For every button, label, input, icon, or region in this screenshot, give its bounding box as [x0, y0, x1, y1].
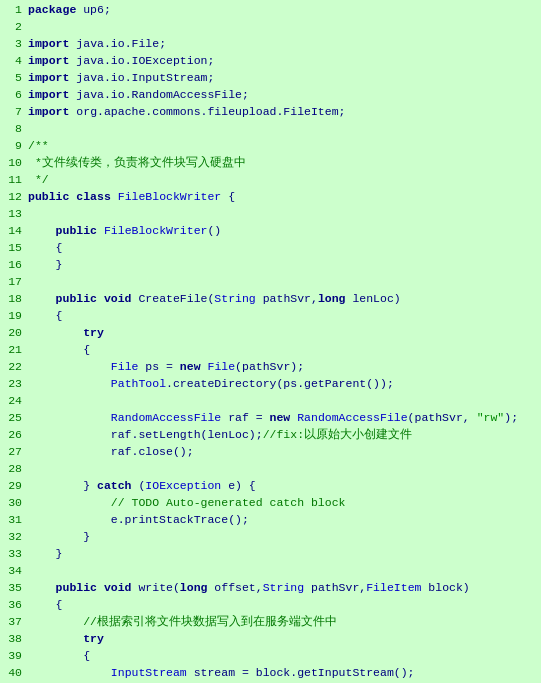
code-line-21: 21 {: [0, 342, 541, 359]
line-number: 37: [0, 614, 28, 631]
code-line-25: 25 RandomAccessFile raf = new RandomAcce…: [0, 410, 541, 427]
line-code: [28, 19, 541, 36]
line-number: 23: [0, 376, 28, 393]
line-code: package up6;: [28, 2, 541, 19]
code-line-29: 29 } catch (IOException e) {: [0, 478, 541, 495]
line-number: 7: [0, 104, 28, 121]
line-number: 39: [0, 648, 28, 665]
code-line-3: 3 import java.io.File;: [0, 36, 541, 53]
line-number: 28: [0, 461, 28, 478]
line-number: 26: [0, 427, 28, 444]
line-number: 11: [0, 172, 28, 189]
line-code: import java.io.InputStream;: [28, 70, 541, 87]
code-line-19: 19 {: [0, 308, 541, 325]
code-editor: 1 package up6; 2 3 import java.io.File; …: [0, 0, 541, 683]
line-number: 17: [0, 274, 28, 291]
line-code: import java.io.IOException;: [28, 53, 541, 70]
line-code: try: [28, 325, 541, 342]
code-line-7: 7 import org.apache.commons.fileupload.F…: [0, 104, 541, 121]
line-code: [28, 121, 541, 138]
line-code: {: [28, 342, 541, 359]
line-code: public void CreateFile(String pathSvr,lo…: [28, 291, 541, 308]
code-line-39: 39 {: [0, 648, 541, 665]
code-line-12: 12 public class FileBlockWriter {: [0, 189, 541, 206]
line-number: 38: [0, 631, 28, 648]
line-number: 31: [0, 512, 28, 529]
code-line-23: 23 PathTool.createDirectory(ps.getParent…: [0, 376, 541, 393]
line-number: 8: [0, 121, 28, 138]
line-code: [28, 206, 541, 223]
line-number: 30: [0, 495, 28, 512]
line-code: }: [28, 257, 541, 274]
line-code: public void write(long offset,String pat…: [28, 580, 541, 597]
line-code: RandomAccessFile raf = new RandomAccessF…: [28, 410, 541, 427]
code-line-40: 40 InputStream stream = block.getInputSt…: [0, 665, 541, 682]
code-line-10: 10 *文件续传类，负责将文件块写入硬盘中: [0, 155, 541, 172]
line-number: 35: [0, 580, 28, 597]
code-line-32: 32 }: [0, 529, 541, 546]
line-code: } catch (IOException e) {: [28, 478, 541, 495]
line-number: 18: [0, 291, 28, 308]
line-number: 19: [0, 308, 28, 325]
line-number: 9: [0, 138, 28, 155]
line-code: {: [28, 597, 541, 614]
line-number: 6: [0, 87, 28, 104]
line-code: {: [28, 308, 541, 325]
line-number: 24: [0, 393, 28, 410]
line-number: 33: [0, 546, 28, 563]
line-number: 16: [0, 257, 28, 274]
code-line-11: 11 */: [0, 172, 541, 189]
code-line-27: 27 raf.close();: [0, 444, 541, 461]
line-code: }: [28, 529, 541, 546]
line-code: try: [28, 631, 541, 648]
line-code: */: [28, 172, 541, 189]
line-number: 20: [0, 325, 28, 342]
line-code: {: [28, 648, 541, 665]
code-line-6: 6 import java.io.RandomAccessFile;: [0, 87, 541, 104]
code-line-38: 38 try: [0, 631, 541, 648]
line-code: public class FileBlockWriter {: [28, 189, 541, 206]
line-number: 10: [0, 155, 28, 172]
code-line-18: 18 public void CreateFile(String pathSvr…: [0, 291, 541, 308]
code-line-37: 37 //根据索引将文件块数据写入到在服务端文件中: [0, 614, 541, 631]
code-line-13: 13: [0, 206, 541, 223]
line-code: [28, 563, 541, 580]
line-code: raf.close();: [28, 444, 541, 461]
line-number: 12: [0, 189, 28, 206]
code-line-17: 17: [0, 274, 541, 291]
line-code: /**: [28, 138, 541, 155]
line-number: 36: [0, 597, 28, 614]
code-line-14: 14 public FileBlockWriter(): [0, 223, 541, 240]
line-number: 22: [0, 359, 28, 376]
line-code: File ps = new File(pathSvr);: [28, 359, 541, 376]
line-code: [28, 274, 541, 291]
line-number: 15: [0, 240, 28, 257]
code-line-26: 26 raf.setLength(lenLoc);//fix:以原始大小创建文件: [0, 427, 541, 444]
code-line-22: 22 File ps = new File(pathSvr);: [0, 359, 541, 376]
line-code: //根据索引将文件块数据写入到在服务端文件中: [28, 614, 541, 631]
line-number: 4: [0, 53, 28, 70]
line-number: 5: [0, 70, 28, 87]
code-line-20: 20 try: [0, 325, 541, 342]
line-number: 3: [0, 36, 28, 53]
code-line-9: 9 /**: [0, 138, 541, 155]
code-line-15: 15 {: [0, 240, 541, 257]
line-code: {: [28, 240, 541, 257]
line-code: import org.apache.commons.fileupload.Fil…: [28, 104, 541, 121]
line-number: 21: [0, 342, 28, 359]
line-code: [28, 461, 541, 478]
line-code: raf.setLength(lenLoc);//fix:以原始大小创建文件: [28, 427, 541, 444]
line-code: [28, 393, 541, 410]
line-number: 25: [0, 410, 28, 427]
line-code: *文件续传类，负责将文件块写入硬盘中: [28, 155, 541, 172]
code-line-5: 5 import java.io.InputStream;: [0, 70, 541, 87]
code-line-35: 35 public void write(long offset,String …: [0, 580, 541, 597]
line-number: 32: [0, 529, 28, 546]
line-number: 1: [0, 2, 28, 19]
code-line-30: 30 // TODO Auto-generated catch block: [0, 495, 541, 512]
code-line-2: 2: [0, 19, 541, 36]
line-code: PathTool.createDirectory(ps.getParent())…: [28, 376, 541, 393]
line-code: }: [28, 546, 541, 563]
code-line-4: 4 import java.io.IOException;: [0, 53, 541, 70]
code-line-16: 16 }: [0, 257, 541, 274]
